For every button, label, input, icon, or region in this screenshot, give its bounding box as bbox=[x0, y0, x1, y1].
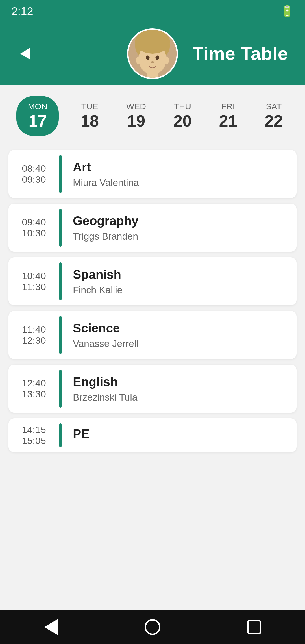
page-title: Time Table bbox=[193, 43, 288, 64]
day-item-thu[interactable]: THU 20 bbox=[168, 99, 197, 133]
schedule-item: 14:15 15:05 PE bbox=[8, 418, 297, 452]
time-end: 11:30 bbox=[22, 281, 46, 292]
time-start: 08:40 bbox=[22, 163, 46, 174]
day-selector: MON 17 TUE 18 WED 19 THU 20 FRI 21 SAT 2… bbox=[0, 85, 305, 144]
battery-icon: 🔋 bbox=[280, 5, 294, 18]
teacher-name: Triggs Branden bbox=[73, 231, 285, 242]
app-header: Time Table bbox=[0, 23, 305, 85]
day-item-wed[interactable]: WED 19 bbox=[121, 99, 152, 133]
schedule-item: 09:40 10:30 Geography Triggs Branden bbox=[8, 204, 297, 252]
day-item-tue[interactable]: TUE 18 bbox=[75, 99, 104, 133]
nav-back-button[interactable] bbox=[40, 616, 62, 638]
subject-name: Art bbox=[73, 160, 285, 174]
time-end: 13:30 bbox=[22, 389, 46, 400]
subject-column: Spanish Finch Kallie bbox=[62, 257, 297, 305]
day-item-sat[interactable]: SAT 22 bbox=[259, 99, 289, 133]
day-number: 21 bbox=[219, 111, 237, 130]
day-label: WED bbox=[126, 102, 146, 111]
day-label: THU bbox=[174, 102, 191, 111]
subject-name: Science bbox=[73, 321, 285, 335]
subject-name: Geography bbox=[73, 214, 285, 228]
nav-recents-icon bbox=[247, 620, 261, 634]
teacher-name: Vanasse Jerrell bbox=[73, 338, 285, 349]
subject-column: English Brzezinski Tula bbox=[62, 365, 297, 413]
time-column: 09:40 10:30 bbox=[8, 204, 59, 252]
svg-point-4 bbox=[146, 56, 149, 60]
schedule-item: 10:40 11:30 Spanish Finch Kallie bbox=[8, 257, 297, 305]
day-number: 19 bbox=[127, 111, 145, 130]
accent-bar bbox=[59, 370, 62, 408]
day-number: 17 bbox=[29, 111, 47, 130]
time-column: 08:40 09:30 bbox=[8, 150, 59, 198]
subject-name: Spanish bbox=[73, 267, 285, 282]
subject-name: English bbox=[73, 375, 285, 389]
schedule-item: 11:40 12:30 Science Vanasse Jerrell bbox=[8, 311, 297, 359]
nav-home-button[interactable] bbox=[141, 616, 164, 638]
svg-rect-9 bbox=[147, 73, 158, 78]
schedule-list: 08:40 09:30 Art Miura Valentina 09:40 10… bbox=[0, 144, 305, 461]
subject-column: Geography Triggs Branden bbox=[62, 204, 297, 252]
subject-column: Art Miura Valentina bbox=[62, 150, 297, 198]
subject-name: PE bbox=[73, 427, 285, 441]
svg-point-5 bbox=[155, 56, 159, 60]
svg-point-6 bbox=[151, 61, 154, 63]
back-arrow-icon bbox=[20, 47, 30, 60]
time-column: 11:40 12:30 bbox=[8, 311, 59, 359]
time-start: 09:40 bbox=[22, 217, 46, 228]
day-label: FRI bbox=[221, 102, 235, 111]
day-number: 22 bbox=[265, 111, 283, 130]
day-label: MON bbox=[28, 102, 47, 111]
time-column: 10:40 11:30 bbox=[8, 257, 59, 305]
nav-recents-button[interactable] bbox=[243, 616, 265, 638]
nav-back-icon bbox=[44, 619, 58, 635]
time-start: 11:40 bbox=[22, 324, 46, 335]
teacher-name: Brzezinski Tula bbox=[73, 392, 285, 403]
time-start: 14:15 bbox=[22, 424, 46, 435]
day-number: 18 bbox=[80, 111, 99, 130]
time-start: 10:40 bbox=[22, 270, 46, 281]
subject-column: PE bbox=[62, 418, 297, 452]
nav-home-icon bbox=[145, 619, 160, 635]
accent-bar bbox=[59, 209, 62, 247]
nav-bar bbox=[0, 610, 305, 644]
time-end: 10:30 bbox=[22, 228, 46, 239]
accent-bar bbox=[59, 155, 62, 193]
time-end: 09:30 bbox=[22, 174, 46, 185]
day-label: SAT bbox=[266, 102, 282, 111]
svg-point-3 bbox=[135, 30, 170, 54]
teacher-name: Miura Valentina bbox=[73, 177, 285, 188]
svg-point-7 bbox=[136, 56, 141, 64]
day-item-mon[interactable]: MON 17 bbox=[16, 96, 59, 136]
time-end: 12:30 bbox=[22, 335, 46, 346]
back-button[interactable] bbox=[17, 45, 34, 62]
subject-column: Science Vanasse Jerrell bbox=[62, 311, 297, 359]
time-column: 12:40 13:30 bbox=[8, 365, 59, 413]
schedule-item: 12:40 13:30 English Brzezinski Tula bbox=[8, 365, 297, 413]
day-item-fri[interactable]: FRI 21 bbox=[213, 99, 243, 133]
accent-bar bbox=[59, 316, 62, 354]
status-time: 2:12 bbox=[11, 5, 33, 18]
svg-point-8 bbox=[164, 56, 169, 64]
teacher-name: Finch Kallie bbox=[73, 284, 285, 295]
accent-bar bbox=[59, 423, 62, 447]
day-number: 20 bbox=[173, 111, 192, 130]
status-bar: 2:12 🔋 bbox=[0, 0, 305, 23]
time-end: 15:05 bbox=[22, 435, 46, 446]
time-start: 12:40 bbox=[22, 378, 46, 389]
avatar bbox=[127, 28, 178, 79]
day-label: TUE bbox=[81, 102, 98, 111]
accent-bar bbox=[59, 262, 62, 300]
time-column: 14:15 15:05 bbox=[8, 418, 59, 452]
schedule-item: 08:40 09:30 Art Miura Valentina bbox=[8, 150, 297, 198]
